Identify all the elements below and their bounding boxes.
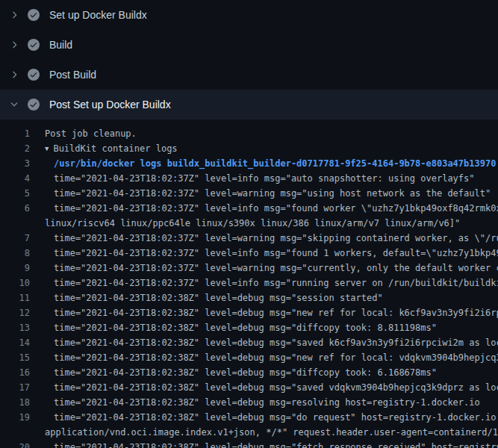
log-viewer: 1Post job cleanup.2▼BuildKit container l… [0, 119, 498, 448]
log-line-text: time="2021-04-23T18:02:38Z" level=debug … [54, 293, 383, 303]
log-line-text: time="2021-04-23T18:02:37Z" level=info m… [54, 173, 475, 184]
log-line-text: time="2021-04-23T18:02:38Z" level=debug … [54, 352, 498, 363]
log-line-5: 5time="2021-04-23T18:02:37Z" level=warni… [0, 186, 498, 201]
chevron-right-icon [8, 9, 20, 21]
chevron-down-icon [8, 99, 20, 111]
log-line-11: 11time="2021-04-23T18:02:38Z" level=debu… [0, 290, 498, 305]
log-line-4: 4time="2021-04-23T18:02:37Z" level=info … [0, 171, 498, 186]
log-line-number[interactable]: 8 [0, 246, 30, 261]
log-line-15: 15time="2021-04-23T18:02:38Z" level=debu… [0, 350, 498, 365]
group-collapse-toggle-icon[interactable]: ▼ [45, 141, 49, 156]
log-line-20: 20time="2021-04-23T18:02:38Z" level=debu… [0, 440, 498, 448]
log-line-number[interactable]: 9 [0, 261, 30, 276]
chevron-right-icon [8, 69, 20, 81]
log-line-number[interactable]: 14 [0, 335, 30, 350]
log-line-number[interactable]: 15 [0, 350, 30, 365]
log-line-19: 19time="2021-04-23T18:02:38Z" level=debu… [0, 410, 498, 425]
step-label: Build [49, 39, 72, 51]
log-line-13: 13time="2021-04-23T18:02:38Z" level=debu… [0, 320, 498, 335]
log-line-10: 10time="2021-04-23T18:02:37Z" level=info… [0, 276, 498, 290]
log-line-number[interactable]: 13 [0, 320, 30, 335]
log-line-7: 7time="2021-04-23T18:02:37Z" level=warni… [0, 231, 498, 246]
step-label: Set up Docker Buildx [49, 9, 147, 21]
log-line-number[interactable]: 6 [0, 201, 30, 216]
chevron-right-icon [8, 39, 20, 51]
log-line-number[interactable]: 10 [0, 276, 30, 290]
log-line-3: 3/usr/bin/docker logs buildx_buildkit_bu… [0, 156, 498, 171]
log-line-number[interactable]: 18 [0, 395, 30, 410]
log-line-text: time="2021-04-23T18:02:37Z" level=info m… [54, 203, 498, 214]
log-line-text: time="2021-04-23T18:02:38Z" level=debug … [54, 323, 437, 333]
log-line-number[interactable]: 3 [0, 156, 30, 171]
step-label: Post Build [49, 69, 96, 81]
log-line-text: time="2021-04-23T18:02:38Z" level=debug … [54, 442, 498, 448]
log-line-16: 16time="2021-04-23T18:02:38Z" level=debu… [0, 365, 498, 380]
log-line-wrap: linux/riscv64 linux/ppc64le linux/s390x … [0, 216, 498, 231]
log-line-number[interactable]: 1 [0, 126, 30, 141]
log-line-text: time="2021-04-23T18:02:38Z" level=debug … [54, 412, 498, 423]
log-line-number[interactable]: 4 [0, 171, 30, 186]
step-header-post-set-up-docker-buildx[interactable]: Post Set up Docker Buildx [0, 90, 498, 119]
log-line-text: linux/riscv64 linux/ppc64le linux/s390x … [45, 218, 460, 228]
log-line-14: 14time="2021-04-23T18:02:38Z" level=debu… [0, 335, 498, 350]
log-line-text: time="2021-04-23T18:02:37Z" level=warnin… [54, 233, 498, 243]
log-line-number[interactable]: 12 [0, 305, 30, 320]
log-line-12: 12time="2021-04-23T18:02:38Z" level=debu… [0, 305, 498, 320]
log-line-text: time="2021-04-23T18:02:37Z" level=info m… [54, 278, 498, 288]
log-line-text: time="2021-04-23T18:02:38Z" level=debug … [54, 397, 480, 408]
log-line-number[interactable]: 16 [0, 365, 30, 380]
log-line-text: time="2021-04-23T18:02:37Z" level=warnin… [54, 263, 498, 273]
log-line-number[interactable]: 20 [0, 440, 30, 448]
check-circle-icon [28, 39, 40, 51]
log-line-2: 2▼BuildKit container logs [0, 141, 498, 156]
step-header-set-up-docker-buildx[interactable]: Set up Docker Buildx [0, 0, 498, 30]
log-line-text: application/vnd.oci.image.index.v1+json,… [45, 427, 498, 438]
log-line-number [0, 216, 30, 231]
steps-list: Set up Docker Buildx Build Post Build Po… [0, 0, 498, 119]
log-line-1: 1Post job cleanup. [0, 126, 498, 141]
step-header-build[interactable]: Build [0, 30, 498, 60]
log-line-number [0, 425, 30, 440]
check-circle-icon [28, 9, 40, 21]
log-line-number[interactable]: 2 [0, 141, 30, 156]
check-circle-icon [28, 99, 40, 111]
log-line-number[interactable]: 5 [0, 186, 30, 201]
log-line-text: time="2021-04-23T18:02:37Z" level=info m… [54, 248, 498, 258]
log-line-text: time="2021-04-23T18:02:38Z" level=debug … [54, 367, 437, 378]
check-circle-icon [28, 69, 40, 81]
log-line-number[interactable]: 19 [0, 410, 30, 425]
log-line-number[interactable]: 11 [0, 290, 30, 305]
log-line-9: 9time="2021-04-23T18:02:37Z" level=warni… [0, 261, 498, 276]
log-line-number[interactable]: 7 [0, 231, 30, 246]
log-line-17: 17time="2021-04-23T18:02:38Z" level=debu… [0, 380, 498, 395]
log-line-8: 8time="2021-04-23T18:02:37Z" level=info … [0, 246, 498, 261]
log-line-text: time="2021-04-23T18:02:37Z" level=warnin… [54, 188, 491, 199]
step-label: Post Set up Docker Buildx [49, 99, 171, 111]
step-header-post-build[interactable]: Post Build [0, 60, 498, 90]
log-line-18: 18time="2021-04-23T18:02:38Z" level=debu… [0, 395, 498, 410]
log-line-text: BuildKit container logs [53, 143, 177, 154]
log-line-text: time="2021-04-23T18:02:38Z" level=debug … [54, 308, 498, 318]
log-line-text: Post job cleanup. [45, 128, 137, 139]
log-line-text: time="2021-04-23T18:02:38Z" level=debug … [54, 382, 498, 393]
log-line-number[interactable]: 17 [0, 380, 30, 395]
log-line-wrap: application/vnd.oci.image.index.v1+json,… [0, 425, 498, 440]
log-line-text: time="2021-04-23T18:02:38Z" level=debug … [54, 337, 498, 348]
log-line-6: 6time="2021-04-23T18:02:37Z" level=info … [0, 201, 498, 216]
log-line-text: /usr/bin/docker logs buildx_buildkit_bui… [54, 158, 496, 169]
